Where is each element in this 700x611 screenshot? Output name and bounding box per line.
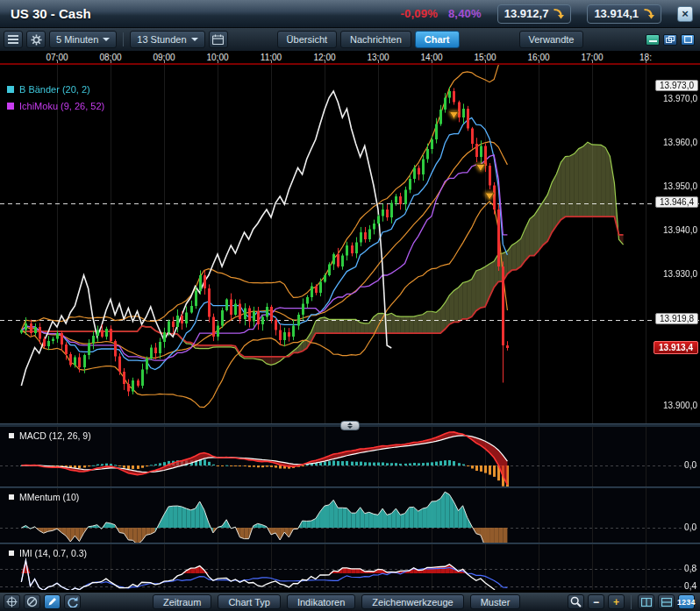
collapse-panel-button[interactable] [646, 34, 660, 46]
tab-verwandte[interactable]: Verwandte [519, 31, 584, 48]
split-vertical-icon [641, 598, 652, 607]
zoom-in-button[interactable]: + [608, 594, 625, 609]
panel-window-controls [646, 34, 695, 46]
calendar-icon [212, 34, 224, 45]
zoom-button[interactable] [568, 594, 584, 609]
time-axis: 07:0008:0009:0010:0011:0012:0013:0014:00… [0, 52, 700, 65]
instrument-window: US 30 - Cash -0,09% 8,40% 13.912,7 13.91… [0, 0, 700, 611]
buy-arrow-icon [643, 8, 654, 19]
sell-arrow-icon [553, 8, 564, 19]
timeframe-dropdown[interactable]: 5 Minuten [49, 31, 117, 48]
panel-bullet-icon [9, 494, 14, 500]
panel-level-label: 0,0 [684, 460, 696, 470]
zeichenwerkzeuge-button[interactable]: Zeichenwerkzeuge [361, 594, 463, 609]
buy-price-button[interactable]: 13.914,1 [587, 4, 661, 24]
stack-pane-button[interactable] [658, 594, 675, 609]
undo-button[interactable] [64, 594, 81, 609]
momentum-canvas[interactable] [0, 488, 700, 543]
crosshair-button[interactable] [4, 594, 20, 609]
legend-ichimoku[interactable]: IchiMoku (9, 26, 52) [7, 101, 104, 111]
restore-panel-button[interactable] [663, 34, 677, 46]
chart-toolbar: 5 Minuten 13 Stunden Übersicht Nachricht… [0, 28, 700, 52]
panel-title-label: MACD (12, 26, 9) [19, 430, 91, 441]
show-values-button[interactable]: 1234 [678, 594, 695, 609]
chart-typ-button[interactable]: Chart Typ [218, 594, 281, 609]
momentum-title: MMentum (10) [9, 492, 79, 502]
panel-collapse-handle[interactable] [340, 421, 360, 430]
close-button[interactable]: × [677, 6, 693, 22]
sell-price-button[interactable]: 13.912,7 [497, 4, 572, 24]
muster-button[interactable]: Muster [470, 594, 521, 609]
price-chart: B Bänder (20, 2) IchiMoku (9, 26, 52) 13… [0, 65, 700, 423]
price-label: 13.960,0 [663, 138, 697, 147]
zoom-controls: − + 1234 [568, 594, 695, 609]
zoom-out-button[interactable]: − [588, 594, 604, 609]
chevron-down-icon [191, 38, 198, 41]
chart-menu-buttons: Zeitraum Chart Typ Indikatoren Zeichenwe… [153, 594, 520, 609]
axis-tick [485, 60, 486, 63]
range-percent: 8,40% [448, 7, 482, 20]
legend-color-chip [7, 103, 14, 110]
imi-canvas[interactable] [0, 544, 700, 590]
price-chart-canvas[interactable] [0, 65, 700, 423]
price-label: 13.940,0 [663, 225, 697, 235]
tab-chart[interactable]: Chart [415, 31, 460, 48]
pencil-icon [46, 596, 58, 607]
grid-view-button[interactable] [4, 31, 23, 48]
chart-region: 07:0008:0009:0010:0011:0012:0013:0014:00… [0, 52, 700, 592]
crosshair-icon [6, 596, 18, 607]
panel-level-label: 0,4 [684, 581, 696, 591]
disable-drawings-button[interactable] [24, 594, 40, 609]
price-label: 13.930,0 [663, 269, 697, 279]
imi-title: IMI (14, 0.7, 0.3) [9, 548, 87, 558]
maximize-panel-button[interactable] [681, 34, 695, 46]
axis-tick [325, 60, 325, 63]
minimize-icon [649, 36, 657, 43]
macd-panel: MACD (12, 26, 9) 0,0 [0, 427, 700, 487]
price-label: 13.900,0 [663, 401, 697, 410]
axis-tick [57, 60, 58, 63]
toolbar-separator [631, 595, 632, 609]
zeitraum-button[interactable]: Zeitraum [153, 594, 211, 609]
indikatoren-button[interactable]: Indikatoren [287, 594, 355, 609]
window-title: US 30 - Cash [11, 6, 91, 21]
axis-tick [646, 60, 646, 63]
legend-label: IchiMoku (9, 26, 52) [19, 101, 104, 111]
buy-price-value: 13.914,1 [594, 7, 639, 20]
maximize-icon [684, 36, 692, 43]
axis-tick [271, 60, 272, 63]
sell-price-value: 13.912,7 [504, 7, 549, 20]
panel-bullet-icon [9, 551, 14, 556]
axis-tick [111, 60, 111, 63]
span-dropdown[interactable]: 13 Stunden [130, 31, 204, 48]
chevron-down-icon [103, 38, 110, 41]
no-sign-icon [26, 596, 38, 607]
axis-tick [432, 60, 432, 63]
legend-label: B Bänder (20, 2) [19, 84, 90, 95]
calendar-button[interactable] [209, 31, 228, 48]
draw-button[interactable] [44, 594, 61, 609]
timeframe-label: 5 Minuten [56, 34, 98, 45]
price-label: 13.950,0 [663, 181, 697, 191]
imi-panel: IMI (14, 0.7, 0.3) 0,80,4 [0, 544, 700, 590]
tab-uebersicht[interactable]: Übersicht [277, 31, 337, 48]
macd-canvas[interactable] [0, 427, 700, 487]
undo-arrow-icon [67, 596, 78, 607]
panel-level-label: 0,8 [684, 564, 696, 573]
list-icon [8, 34, 18, 45]
axis-tick [592, 60, 593, 63]
legend-bollinger-bands[interactable]: B Bänder (20, 2) [7, 84, 104, 95]
toolbar-separator [123, 32, 124, 46]
settings-button[interactable] [26, 31, 46, 48]
macd-title: MACD (12, 26, 9) [9, 430, 91, 441]
change-percent: -0,09% [401, 7, 438, 20]
axis-tick [218, 60, 218, 63]
magnifier-icon [570, 596, 582, 607]
span-label: 13 Stunden [137, 34, 186, 45]
axis-tick [164, 60, 165, 63]
split-pane-button[interactable] [638, 594, 654, 609]
panel-bullet-icon [9, 433, 14, 438]
drawing-toolbar: Zeitraum Chart Typ Indikatoren Zeichenwe… [0, 592, 700, 611]
gear-icon [31, 34, 42, 46]
tab-nachrichten[interactable]: Nachrichten [340, 31, 411, 48]
